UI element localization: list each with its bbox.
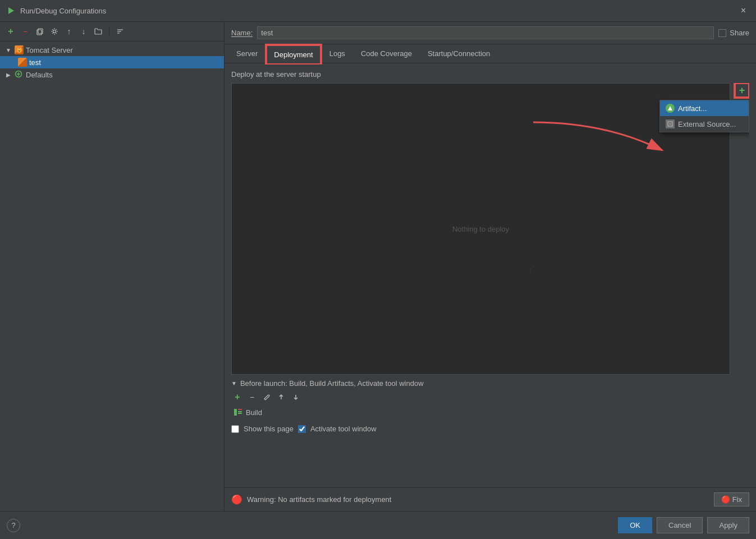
move-down-button[interactable]: ↓: [77, 25, 90, 38]
sidebar-tree: ▼ 🐱 Tomcat Server test: [0, 42, 224, 511]
build-item: Build: [231, 407, 749, 418]
deploy-list: Nothing to deploy: [231, 83, 730, 375]
defaults-icon: [15, 70, 24, 79]
nothing-to-deploy-text: Nothing to deploy: [452, 225, 509, 233]
before-launch-header: ▼ Before launch: Build, Build Artifacts,…: [231, 379, 749, 388]
close-button[interactable]: ×: [737, 4, 749, 17]
ok-button[interactable]: OK: [618, 517, 652, 533]
settings-config-button[interactable]: [48, 25, 61, 38]
svg-rect-21: [238, 411, 242, 412]
before-launch-label: Before launch: Build, Build Artifacts, A…: [240, 379, 424, 388]
svg-rect-2: [38, 29, 43, 34]
artifact-dropdown: Artifact... External S: [659, 100, 749, 132]
bottom-bar: ? OK Cancel Apply: [0, 511, 756, 539]
show-page-label: Show this page: [244, 425, 294, 433]
before-launch-remove-btn[interactable]: −: [246, 391, 258, 403]
tab-logs[interactable]: Logs: [322, 44, 352, 63]
help-button[interactable]: ?: [7, 519, 20, 532]
add-config-button[interactable]: +: [4, 25, 17, 38]
tab-code-coverage[interactable]: Code Coverage: [354, 44, 419, 63]
share-checkbox[interactable]: [718, 29, 726, 37]
tab-server[interactable]: Server: [229, 44, 265, 63]
apply-button[interactable]: Apply: [707, 517, 749, 533]
before-launch-down-btn[interactable]: [290, 391, 302, 403]
tree-item-defaults[interactable]: ▶ Defaults: [0, 68, 224, 81]
external-source-icon: [666, 119, 675, 128]
activate-tool-window-label: Activate tool window: [310, 425, 377, 433]
fix-label: Fix: [732, 495, 742, 504]
svg-rect-22: [238, 413, 242, 414]
test-tomcat-icon: [18, 58, 27, 67]
svg-marker-12: [668, 106, 672, 110]
bottom-actions: OK Cancel Apply: [618, 517, 749, 533]
sidebar: + − ↑ ↓: [0, 22, 224, 511]
warning-bar: 🔴 Warning: No artifacts marked for deplo…: [224, 487, 756, 511]
tree-item-test[interactable]: test: [0, 56, 224, 68]
toolbar-separator: [109, 27, 109, 36]
deploy-sidebar: + Artifact...: [735, 83, 749, 375]
build-label: Build: [246, 408, 262, 417]
svg-point-3: [53, 30, 56, 33]
test-label: test: [29, 58, 41, 67]
resize-handle[interactable]: ⋮: [528, 267, 532, 272]
external-source-option[interactable]: External Source...: [660, 116, 749, 132]
warning-icon: 🔴: [231, 494, 242, 505]
main-content: + − ↑ ↓: [0, 22, 756, 511]
before-launch-edit-btn[interactable]: [260, 391, 273, 403]
deployment-content: Deploy at the server startup Nothing to …: [224, 63, 756, 487]
name-input[interactable]: [257, 26, 714, 39]
show-page-checkbox[interactable]: [231, 425, 239, 433]
svg-rect-1: [37, 30, 42, 35]
name-label: Name:: [231, 29, 253, 37]
artifact-icon: [666, 104, 675, 113]
deploy-area: Nothing to deploy +: [231, 83, 749, 375]
tabs-bar: Server Deployment Logs Code Coverage Sta…: [224, 44, 756, 63]
show-page-row: Show this page Activate tool window: [231, 422, 749, 435]
share-label: Share: [730, 29, 749, 37]
build-icon: [233, 408, 242, 417]
sidebar-toolbar: + − ↑ ↓: [0, 22, 224, 42]
sort-button[interactable]: [114, 25, 126, 38]
add-btn-container: + Artifact...: [735, 83, 749, 98]
deploy-label: Deploy at the server startup: [231, 70, 749, 79]
tomcat-icon: 🐱: [15, 45, 24, 54]
tree-item-tomcat-server[interactable]: ▼ 🐱 Tomcat Server: [0, 44, 224, 56]
window-title: Run/Debug Configurations: [20, 7, 106, 15]
tomcat-server-label: Tomcat Server: [26, 46, 73, 54]
svg-rect-20: [234, 409, 237, 416]
add-artifact-button[interactable]: +: [735, 83, 749, 98]
resize-dots: ⋮: [528, 267, 532, 272]
title-bar: Run/Debug Configurations ×: [0, 0, 756, 22]
before-launch-up-btn[interactable]: [275, 391, 287, 403]
warning-text: Warning: No artifacts marked for deploym…: [247, 495, 709, 504]
remove-config-button[interactable]: −: [19, 25, 31, 38]
before-launch-expand[interactable]: ▼: [231, 380, 237, 386]
run-debug-dialog: Run/Debug Configurations × + −: [0, 0, 756, 539]
artifact-option[interactable]: Artifact...: [660, 100, 749, 116]
activate-tool-window-checkbox[interactable]: [298, 425, 306, 433]
fix-icon: 🔴: [721, 495, 730, 504]
title-bar-left: Run/Debug Configurations: [7, 6, 106, 15]
svg-rect-23: [238, 409, 242, 410]
artifact-label: Artifact...: [678, 104, 707, 113]
cancel-button[interactable]: Cancel: [657, 517, 703, 533]
run-icon: [7, 6, 16, 15]
folder-button[interactable]: [92, 25, 104, 38]
external-source-label: External Source...: [678, 120, 736, 128]
right-panel: Name: Share Server Deployment Logs: [224, 22, 756, 511]
copy-config-button[interactable]: [34, 25, 46, 38]
svg-marker-0: [8, 7, 14, 14]
before-launch-section: ▼ Before launch: Build, Build Artifacts,…: [231, 375, 749, 440]
defaults-label: Defaults: [26, 71, 53, 79]
svg-text:🐱: 🐱: [17, 48, 22, 53]
fix-button[interactable]: 🔴 Fix: [714, 492, 749, 506]
tab-deployment[interactable]: Deployment: [266, 45, 320, 63]
expand-icon-defaults: ▶: [4, 72, 12, 78]
expand-icon-tomcat: ▼: [4, 47, 12, 53]
tab-startup-connection[interactable]: Startup/Connection: [420, 44, 497, 63]
share-section: Share: [718, 29, 749, 37]
before-launch-add-btn[interactable]: +: [231, 391, 244, 403]
move-up-button[interactable]: ↑: [63, 25, 75, 38]
name-row: Name: Share: [224, 22, 756, 44]
before-launch-toolbar: + −: [231, 391, 749, 403]
